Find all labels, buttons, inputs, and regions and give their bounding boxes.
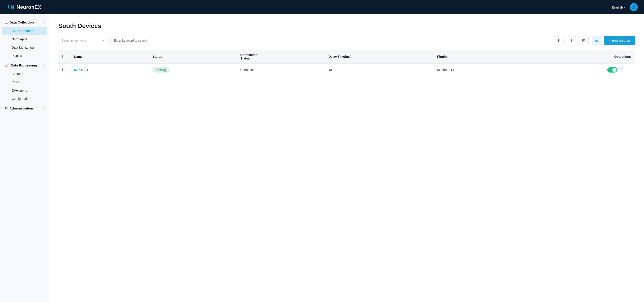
sidebar-item-configuration[interactable]: Configuration (2, 95, 47, 103)
sidebar-section-data-collection-header[interactable]: ☰ Data Collection ▲ (0, 18, 49, 27)
add-device-label: + Add Device (609, 39, 630, 43)
row-plugin-cell: Modbus TCP (433, 64, 525, 76)
device-toggle[interactable] (607, 67, 617, 73)
row-delay-cell: 13 (324, 64, 433, 76)
table-header-operations: Operations (525, 50, 635, 64)
grid-icon: ⊞ (582, 38, 586, 43)
sidebar-item-extensions[interactable]: Extensions (2, 86, 47, 95)
language-label: English (612, 5, 623, 9)
data-collection-items: South Devices North Apps Data Monitoring… (0, 27, 49, 60)
search-input-wrapper (110, 36, 191, 45)
table-header-checkbox-col (58, 50, 70, 64)
delay-time-value: 13 (328, 68, 332, 72)
connection-status-value: Connected (240, 68, 256, 72)
table-row: NEXTEST Running Connected 13 Modbus TCP (58, 64, 635, 76)
devices-table-wrapper: Name Status ConnectionStatus Delay Time(… (58, 50, 635, 76)
search-input[interactable] (114, 39, 188, 42)
sidebar-section-administration-header[interactable]: ⚙ Administration ▼ (0, 104, 49, 113)
sidebar-section-data-processing: 📊 Data Processing ▲ Sources Rules Extens… (0, 61, 49, 103)
row-connection-cell: Connected (236, 64, 324, 76)
sidebar-item-plugins[interactable]: Plugins (2, 52, 47, 60)
data-collection-label: Data Collection (10, 20, 34, 24)
sidebar-item-north-apps[interactable]: North Apps (2, 35, 47, 43)
neuronex-logo-icon: !N (6, 3, 14, 11)
chevron-down-icon: ▾ (624, 6, 625, 9)
user-avatar-button[interactable]: 👤 (630, 3, 638, 11)
data-processing-chevron: ▲ (42, 64, 44, 67)
page-title: South Devices (58, 22, 635, 30)
table-header-name: Name (70, 50, 148, 64)
header-right: English ▾ 👤 (612, 3, 638, 11)
app-name: NeuronEX (16, 4, 41, 10)
sidebar-item-data-monitoring[interactable]: Data Monitoring (2, 44, 47, 52)
plugin-type-select[interactable]: Select plugin type ▾ (58, 36, 107, 45)
data-processing-icon: 📊 (4, 63, 9, 67)
table-body: NEXTEST Running Connected 13 Modbus TCP (58, 64, 635, 76)
table-header-plugin: Plugin (433, 50, 525, 64)
grid-view-button[interactable]: ⊞ (579, 36, 588, 45)
list-view-button[interactable]: ☰ (592, 36, 601, 45)
plugin-select-placeholder: Select plugin type (62, 39, 86, 42)
table-header-delay-time: Delay Time(ms) (324, 50, 433, 64)
row-checkbox-cell (58, 64, 70, 76)
data-collection-chevron: ▲ (42, 21, 44, 24)
section-title-group-dp: 📊 Data Processing (4, 63, 37, 67)
row-checkbox[interactable] (62, 68, 66, 71)
main-content: South Devices Select plugin type ▾ ⬆ ⬇ ⊞… (49, 14, 644, 302)
user-icon: 👤 (631, 5, 636, 10)
svg-text:!N: !N (7, 4, 14, 11)
data-processing-items: Sources Rules Extensions Configuration (0, 70, 49, 103)
manage-tags-icon[interactable]: ⊟ (620, 67, 624, 72)
devices-table: Name Status ConnectionStatus Delay Time(… (58, 50, 635, 76)
status-badge: Running (152, 67, 170, 73)
upload-button[interactable]: ⬆ (554, 36, 564, 45)
download-button[interactable]: ⬇ (566, 36, 576, 45)
table-header-status: Status (148, 50, 236, 64)
table-header: Name Status ConnectionStatus Delay Time(… (58, 50, 635, 64)
app-header: !N NeuronEX English ▾ 👤 (0, 0, 644, 14)
more-options-icon[interactable]: ⋯ (627, 67, 631, 72)
data-collection-icon: ☰ (4, 20, 8, 25)
upload-icon: ⬆ (557, 38, 560, 43)
language-selector[interactable]: English ▾ (612, 5, 625, 9)
plugin-value: Modbus TCP (437, 68, 455, 72)
download-icon: ⬇ (570, 38, 573, 43)
sidebar-section-data-processing-header[interactable]: 📊 Data Processing ▲ (0, 61, 49, 70)
toolbar: Select plugin type ▾ ⬆ ⬇ ⊞ ☰ + Add Devic… (58, 36, 635, 45)
section-title-group: ☰ Data Collection (4, 20, 34, 25)
device-name-link[interactable]: NEXTEST (74, 68, 88, 72)
administration-label: Administration (10, 106, 33, 110)
operations-icons: ⊟ ⋯ (529, 67, 631, 73)
app-layout: ☰ Data Collection ▲ South Devices North … (0, 14, 644, 302)
administration-icon: ⚙ (4, 106, 8, 110)
plugin-select-chevron: ▾ (102, 39, 104, 42)
add-device-button[interactable]: + Add Device (604, 36, 635, 45)
select-all-checkbox[interactable] (62, 55, 66, 58)
data-processing-label: Data Processing (11, 63, 37, 67)
sidebar-item-south-devices[interactable]: South Devices (2, 27, 47, 35)
row-name-cell: NEXTEST (70, 64, 148, 76)
table-header-connection-status: ConnectionStatus (236, 50, 324, 64)
sidebar-item-rules[interactable]: Rules (2, 78, 47, 86)
sidebar-section-data-collection: ☰ Data Collection ▲ South Devices North … (0, 18, 49, 60)
administration-chevron: ▼ (42, 107, 44, 110)
row-operations-cell: ⊟ ⋯ (525, 64, 635, 76)
sidebar-item-sources[interactable]: Sources (2, 70, 47, 78)
logo: !N NeuronEX (6, 3, 41, 11)
row-status-cell: Running (148, 64, 236, 76)
section-title-group-admin: ⚙ Administration (4, 106, 33, 110)
sidebar: ☰ Data Collection ▲ South Devices North … (0, 14, 49, 302)
sidebar-section-administration: ⚙ Administration ▼ (0, 104, 49, 113)
list-icon: ☰ (594, 38, 598, 43)
